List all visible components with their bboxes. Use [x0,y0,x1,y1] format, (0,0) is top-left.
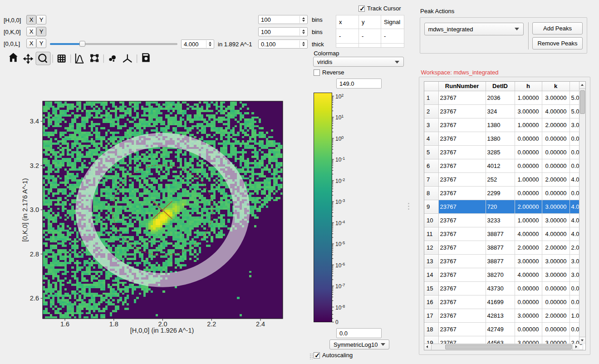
svg-text:2.8: 2.8 [30,251,39,258]
svg-text:[0,K,0] (in 2.176 A^-1): [0,K,0] (in 2.176 A^-1) [21,178,29,242]
svg-text:2.2: 2.2 [207,320,216,328]
svg-text:[H,0,0] (in 1.926 A^-1): [H,0,0] (in 1.926 A^-1) [130,327,194,334]
svg-text:3.2: 3.2 [30,162,39,169]
svg-text:2.4: 2.4 [256,320,265,328]
svg-text:1.8: 1.8 [109,320,118,328]
svg-text:3.0: 3.0 [30,206,39,213]
svg-text:2.6: 2.6 [30,295,39,302]
svg-text:3.4: 3.4 [30,118,39,125]
svg-text:1.6: 1.6 [60,320,69,328]
